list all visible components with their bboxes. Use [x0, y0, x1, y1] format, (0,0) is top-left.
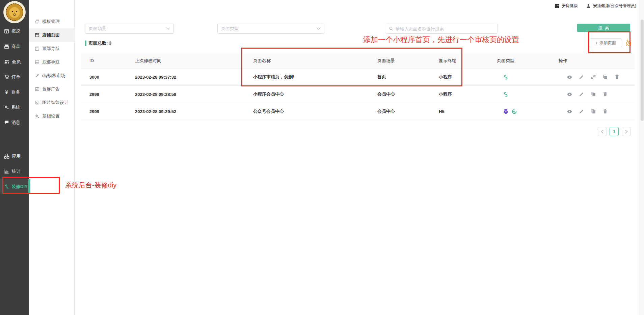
sidebar-item-label: 统计 — [12, 168, 21, 175]
col-header-id: ID — [81, 58, 127, 63]
col-header-scene: 页面场景 — [369, 58, 430, 64]
submenu-item-label: 基础设置 — [42, 113, 60, 119]
sidebar-item-system[interactable]: 系统 — [0, 100, 29, 115]
sidebar-item-label: 消息 — [11, 120, 20, 126]
sidebar-item-label: 应用 — [12, 153, 21, 159]
scrollbar-thumb[interactable] — [641, 20, 644, 121]
sidebar-item-stats[interactable]: 统计 — [0, 164, 29, 179]
col-header-terminal: 显示终端 — [430, 58, 488, 64]
submenu-item-label: 底部导航 — [42, 59, 60, 65]
edit-icon[interactable] — [579, 109, 584, 114]
submenu-item-bottom-nav[interactable]: 底部导航 — [29, 55, 74, 69]
page-scene-select[interactable]: 页面场景 — [85, 24, 174, 34]
sidebar-item-label: 会员 — [12, 59, 21, 65]
col-header-actions: 操作 — [550, 58, 635, 64]
view-icon[interactable] — [567, 91, 572, 97]
plus-icon: + — [595, 40, 598, 46]
submenu-item-label: 图片智能设计 — [42, 100, 69, 106]
cell-terminal: H5 — [430, 109, 488, 114]
sidebar-item-members[interactable]: 会员 — [0, 54, 29, 69]
pagination-page-1[interactable]: 1 — [610, 127, 619, 136]
chevron-left-icon — [601, 130, 604, 134]
delete-icon[interactable] — [602, 91, 608, 97]
cell-modified: 2023-02-28 09:29:52 — [127, 109, 245, 114]
members-icon — [4, 59, 9, 64]
col-header-name: 页面名称 — [245, 58, 369, 64]
submenu-item-splash-ad[interactable]: 首屏广告 — [29, 82, 74, 96]
delete-icon[interactable] — [602, 109, 608, 114]
sidebar-item-finance[interactable]: ¥ 财务 — [0, 84, 29, 100]
cell-id: 2998 — [81, 92, 127, 97]
bottom-nav-icon — [35, 60, 39, 64]
submenu-item-basic-settings[interactable]: 基础设置 — [29, 109, 74, 123]
chevron-right-icon — [625, 130, 628, 134]
sidebar-item-label: 装修DIY — [11, 184, 28, 190]
vertical-scrollbar[interactable] — [640, 0, 644, 315]
main-sidebar: 概况 商品 会员 订单 ¥ 财务 系统 消息 应用 — [0, 0, 29, 315]
pagination-next-button[interactable] — [622, 127, 631, 136]
sidebar-nav-bottom: 应用 统计 装修DIY — [0, 149, 29, 194]
view-icon[interactable] — [567, 109, 572, 114]
cell-scene: 首页 — [369, 74, 430, 80]
sidebar-nav: 概况 商品 会员 订单 ¥ 财务 系统 消息 — [0, 24, 29, 130]
submenu-item-template-manage[interactable]: 模板管理 — [29, 15, 74, 28]
submenu-item-shop-pages[interactable]: 店铺页面 — [29, 28, 74, 42]
cell-scene: 会员中心 — [369, 91, 430, 97]
copy-icon[interactable] — [602, 74, 608, 80]
yen-icon: ¥ — [4, 89, 9, 95]
submenu-item-diy-market[interactable]: diy模板市场 — [29, 69, 74, 82]
sidebar-item-label: 概况 — [11, 28, 20, 34]
page-type-placeholder: 页面类型 — [221, 26, 239, 32]
search-icon — [389, 26, 394, 31]
apps-icon — [4, 154, 9, 159]
shop-name: 安捷健康 — [562, 3, 578, 9]
accent-bar — [85, 41, 86, 46]
sidebar-item-overview[interactable]: 概况 — [0, 24, 29, 39]
active-indicator-bar — [28, 179, 30, 194]
add-page-button[interactable]: + 添加页面 — [589, 38, 622, 47]
link-icon[interactable] — [591, 74, 596, 80]
sidebar-item-orders[interactable]: 订单 — [0, 69, 29, 84]
page-number: 1 — [613, 129, 615, 134]
h5-device-icon — [503, 109, 509, 114]
search-input[interactable] — [396, 26, 494, 31]
cell-scene: 会员中心 — [369, 108, 430, 114]
page-total-label: 页面总数: 3 — [89, 40, 111, 46]
delete-icon[interactable] — [614, 74, 620, 80]
add-page-label: 添加页面 — [600, 40, 616, 46]
sidebar-item-apps[interactable]: 应用 — [0, 149, 29, 164]
edit-icon[interactable] — [579, 74, 584, 80]
view-icon[interactable] — [567, 74, 572, 80]
bar-chart-icon — [4, 169, 9, 174]
cell-terminal: 小程序 — [430, 74, 488, 80]
page-total: 页面总数: 3 — [85, 40, 111, 46]
account-menu[interactable]: 安捷健康(公众号管理员) — [586, 3, 636, 9]
copy-icon[interactable] — [591, 91, 596, 97]
sidebar-item-label: 财务 — [11, 89, 20, 95]
search-button[interactable]: 搜索 — [577, 24, 630, 32]
sidebar-item-goods[interactable]: 商品 — [0, 39, 29, 54]
cell-name: 小程序会员中心 — [245, 91, 369, 97]
cell-name: 小程序审核页，勿删! — [245, 74, 369, 80]
cell-terminal: 小程序 — [430, 91, 488, 97]
notification-bell-icon[interactable] — [625, 39, 632, 48]
sidebar-item-label: 订单 — [11, 74, 20, 80]
pagination-prev-button[interactable] — [598, 127, 607, 136]
cell-id: 2999 — [81, 109, 127, 114]
sidebar-item-label: 商品 — [11, 44, 20, 50]
image-design-icon — [35, 100, 39, 105]
copy-icon[interactable] — [591, 109, 596, 114]
submenu-item-label: 顶部导航 — [42, 46, 60, 52]
submenu-item-top-nav[interactable]: 顶部导航 — [29, 42, 74, 55]
lion-logo[interactable] — [3, 1, 26, 23]
edit-icon[interactable] — [579, 91, 584, 97]
dashboard-icon — [4, 29, 9, 34]
submenu-item-smart-image[interactable]: 图片智能设计 — [29, 96, 74, 109]
miniprogram-icon — [503, 74, 509, 80]
page-type-select[interactable]: 页面类型 — [217, 24, 324, 34]
shop-switcher[interactable]: 安捷健康 — [555, 3, 578, 9]
chevron-down-icon — [166, 27, 170, 30]
sidebar-item-diy[interactable]: 装修DIY — [0, 179, 29, 194]
sidebar-item-messages[interactable]: 消息 — [0, 115, 29, 130]
template-cards-icon — [35, 19, 39, 24]
